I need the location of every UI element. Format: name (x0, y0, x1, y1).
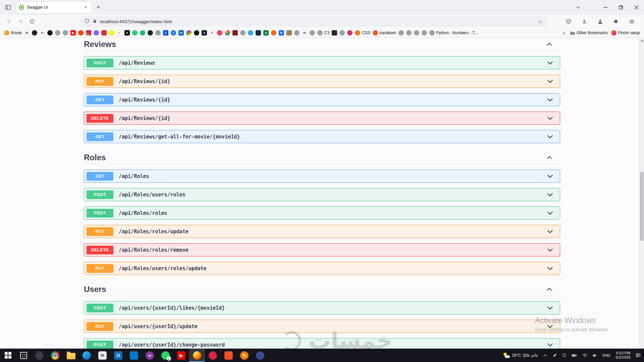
back-icon[interactable] (3, 16, 15, 27)
taskbar-app-red-button[interactable] (205, 349, 221, 362)
expand-endpoint-icon[interactable] (546, 228, 554, 235)
browser-tab[interactable]: Swagger UI × (16, 2, 91, 13)
bookmark-item[interactable] (294, 30, 300, 36)
taskbar-youtube-button[interactable]: ▶ (173, 349, 189, 362)
bookmark-item[interactable] (347, 30, 353, 36)
forward-icon[interactable] (15, 16, 26, 27)
bookmark-item[interactable] (148, 30, 153, 36)
collapse-section-icon[interactable] (546, 286, 553, 293)
taskbar-outlook-button[interactable]: O (110, 349, 126, 362)
taskbar-edge-button[interactable] (79, 349, 95, 362)
tab-close-icon[interactable]: × (83, 4, 89, 11)
bookmark-item[interactable]: CSS (355, 30, 370, 36)
expand-endpoint-icon[interactable] (546, 209, 554, 217)
bookmark-item[interactable] (194, 30, 199, 36)
expand-endpoint-icon[interactable] (546, 78, 554, 85)
bookmark-item[interactable] (398, 30, 404, 36)
expand-endpoint-icon[interactable] (546, 323, 554, 330)
taskbar-app-orange-square-button[interactable] (221, 349, 236, 362)
scrollbar-up-icon[interactable] (641, 40, 643, 42)
expand-endpoint-icon[interactable] (546, 191, 554, 198)
bookmark-item[interactable]: in (178, 30, 184, 36)
bookmark-item[interactable] (256, 30, 261, 36)
bookmark-item[interactable] (248, 30, 253, 36)
wifi-icon[interactable] (582, 353, 587, 358)
url-bar[interactable]: localhost:44372/swagger/index.html ☆ (80, 16, 547, 27)
taskbar-start-button[interactable] (0, 349, 16, 362)
taskbar-file-explorer-button[interactable] (63, 349, 79, 362)
bookmark-item[interactable] (406, 30, 412, 36)
expand-endpoint-icon[interactable] (546, 59, 554, 67)
battery-icon[interactable] (572, 353, 577, 358)
taskbar-app-discord-button[interactable] (252, 349, 268, 362)
endpoint-row[interactable]: POST/api/users/{userId}/likes/{movieId} (84, 301, 560, 314)
tray-expand-icon[interactable] (543, 353, 547, 358)
bookmark-item[interactable] (140, 30, 145, 36)
bookmark-item[interactable] (32, 30, 37, 36)
bookmark-item[interactable]: ‖ (209, 30, 215, 36)
bookmark-item[interactable]: x (202, 30, 207, 36)
bookmark-item[interactable] (286, 30, 292, 36)
endpoint-row[interactable]: PUT/api/Roles/roles/update (84, 225, 560, 238)
new-tab-button[interactable]: + (93, 2, 103, 12)
endpoint-row[interactable]: PUT/api/Reviews/{id} (84, 75, 560, 88)
bookmark-item[interactable]: kanbkam (373, 30, 396, 36)
downloads-icon[interactable] (579, 16, 590, 27)
bookmark-item[interactable] (109, 30, 114, 36)
endpoint-row[interactable]: GET/api/Reviews/get-all-for-movie/{movie… (84, 130, 560, 143)
volume-icon[interactable] (592, 353, 597, 358)
bookmark-item[interactable] (94, 30, 99, 36)
bookmark-item[interactable]: ≡ (117, 30, 122, 36)
expand-endpoint-icon[interactable] (546, 304, 554, 312)
pocket-icon[interactable] (563, 16, 574, 27)
taskbar-task-view-button[interactable] (16, 349, 32, 362)
endpoint-row[interactable]: GET/api/Reviews/{id} (84, 93, 560, 106)
bookmark-item[interactable] (217, 30, 222, 36)
endpoint-row[interactable]: POST/api/Roles/roles (84, 206, 560, 220)
bookmark-item[interactable]: C3 (317, 30, 329, 36)
clock-widget[interactable]: 5:53 PM 5/2/2025 (615, 351, 631, 360)
other-bookmarks-button[interactable]: Other Bookmarks (570, 31, 608, 35)
expand-endpoint-icon[interactable] (546, 246, 554, 254)
firefox-view-icon[interactable] (3, 2, 13, 13)
bookmark-item[interactable] (271, 30, 276, 36)
collapse-section-icon[interactable] (546, 41, 553, 48)
endpoint-row[interactable]: GET/api/Roles (84, 170, 560, 183)
list-all-tabs-icon[interactable] (573, 2, 584, 13)
bookmark-item[interactable]: W (302, 30, 307, 36)
expand-endpoint-icon[interactable] (546, 173, 554, 180)
bookmark-item[interactable] (155, 30, 161, 36)
bookmark-item[interactable]: f (171, 30, 176, 36)
weather-widget[interactable]: 16°C غائم غالبًا (503, 353, 538, 358)
bookmark-item[interactable] (422, 30, 427, 36)
tracking-shield-icon[interactable] (85, 18, 90, 25)
bookmark-item[interactable] (332, 30, 337, 36)
bookmark-item[interactable]: ▶ (70, 30, 76, 36)
bookmarks-overflow-icon[interactable]: » (561, 30, 567, 36)
bookmark-item[interactable] (414, 30, 419, 36)
bookmark-item[interactable] (186, 30, 192, 36)
taskbar-mail-button[interactable]: ✉ (95, 349, 110, 362)
bookmark-item[interactable] (78, 30, 84, 36)
bookmark-item[interactable] (86, 30, 91, 36)
bookmark-item[interactable] (339, 30, 345, 36)
menu-icon[interactable] (626, 16, 637, 27)
taskbar-chrome-button[interactable] (47, 349, 63, 362)
expand-endpoint-icon[interactable] (546, 115, 554, 122)
taskbar-visual-studio-button[interactable]: ∞ (142, 349, 158, 362)
collapse-section-icon[interactable] (546, 154, 553, 161)
bookmark-star-icon[interactable]: ☆ (538, 18, 543, 25)
taskbar-firefox-button[interactable] (189, 349, 205, 362)
bookmark-item[interactable] (240, 30, 246, 36)
minimize-button[interactable] (598, 0, 613, 15)
expand-endpoint-icon[interactable] (546, 341, 554, 349)
language-indicator[interactable]: ENG (602, 353, 610, 357)
endpoint-row[interactable]: PUT/api/users/{userId}/update (84, 320, 560, 333)
security-shield-icon[interactable] (562, 353, 567, 358)
bookmark-item[interactable]: B (279, 30, 284, 36)
notification-center-icon[interactable] (636, 353, 641, 358)
bookmark-item[interactable] (47, 30, 53, 36)
bookmark-item[interactable] (101, 30, 107, 36)
bookmark-item[interactable] (63, 30, 68, 36)
endpoint-row[interactable]: POST/api/Roles/users/roles (84, 188, 560, 201)
